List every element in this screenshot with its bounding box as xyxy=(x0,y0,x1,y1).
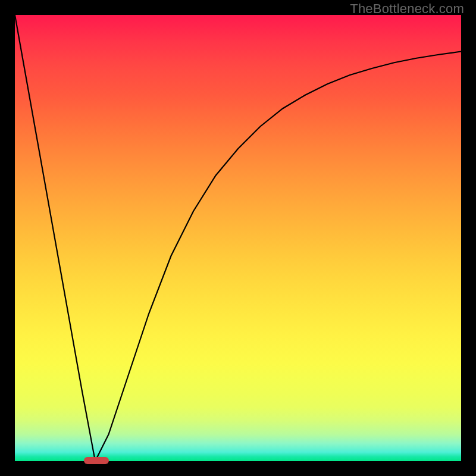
plot-area xyxy=(15,15,461,461)
bottleneck-curve xyxy=(15,15,461,461)
chart-container: TheBottleneck.com xyxy=(0,0,476,476)
watermark-text: TheBottleneck.com xyxy=(350,1,464,17)
optimal-marker xyxy=(84,457,108,464)
